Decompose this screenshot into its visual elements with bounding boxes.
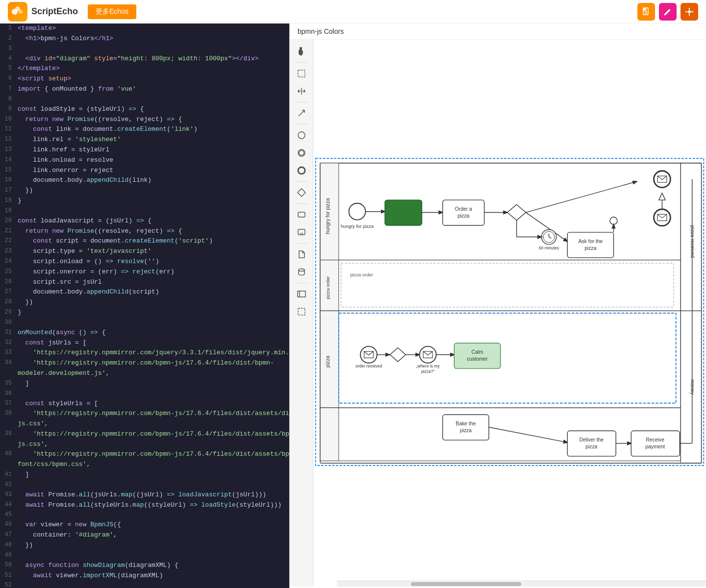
- diagram-horizontal-scrollbar[interactable]: [337, 581, 706, 587]
- green-task: [385, 200, 422, 225]
- bpmn-diagram-svg: pizza received money hungry for pizza pi…: [313, 40, 706, 587]
- code-panel[interactable]: 1 <template> 2 <h1>bpmn-js Colors</h1> 3…: [0, 24, 289, 588]
- code-line-39b: js.css',: [0, 440, 289, 450]
- svg-rect-41: [320, 408, 339, 461]
- pizza-order-label: pizza order: [350, 272, 373, 277]
- svg-marker-22: [298, 189, 305, 196]
- header-icons: [637, 3, 698, 21]
- code-line-20: 20 const loadJavascript = (jsUrl) => {: [0, 216, 289, 226]
- svg-line-17: [299, 110, 304, 116]
- svg-rect-40: [320, 408, 681, 461]
- svg-rect-36: [320, 260, 681, 311]
- svg-text:payment: payment: [645, 444, 665, 449]
- start-event: [349, 203, 366, 220]
- lane3-label: pizza: [325, 356, 330, 368]
- toolbar-divider-2: [295, 102, 308, 102]
- diagram-title: bpmn-js Colors: [290, 24, 706, 40]
- code-line-14: 14 link.onload = resolve: [0, 155, 289, 166]
- code-line-22: 22 const script = document.createElement…: [0, 236, 289, 246]
- doc-icon-button[interactable]: [637, 3, 655, 21]
- code-line-37: 37 const styleUrls = [: [0, 399, 289, 409]
- lasso-tool-button[interactable]: [294, 66, 309, 81]
- code-line-13: 13 link.href = styleUrl: [0, 145, 289, 155]
- code-line-38b: js.css',: [0, 419, 289, 429]
- diagram-toolbar: [290, 40, 313, 587]
- code-line-36: 36: [0, 389, 289, 399]
- code-line-7: 7 import { onMounted } from 'vue': [0, 84, 289, 95]
- toolbar-divider-1: [295, 62, 308, 63]
- end-event-top: [654, 171, 671, 188]
- diagram-content: pizza received money hungry for pizza pi…: [290, 40, 706, 587]
- space-tool-button[interactable]: [294, 83, 309, 99]
- hand-tool-button[interactable]: [294, 44, 309, 59]
- code-line-1: 1 <template>: [0, 24, 289, 34]
- task-button[interactable]: [294, 207, 309, 222]
- plugin-icon-button[interactable]: [681, 3, 698, 21]
- code-line-52: 52: [0, 581, 289, 588]
- code-line-16: 16 document.body.appendChild(link): [0, 175, 289, 186]
- code-line-8: 8: [0, 95, 289, 104]
- svg-rect-79: [339, 313, 676, 403]
- code-line-3: 3: [0, 44, 289, 54]
- svg-rect-27: [298, 291, 305, 297]
- bpmn-canvas[interactable]: pizza received money hungry for pizza pi…: [313, 40, 706, 587]
- lane2-label: pizza order: [325, 276, 330, 299]
- svg-rect-29: [298, 308, 305, 315]
- code-line-17: 17 }): [0, 186, 289, 196]
- svg-text:Receive: Receive: [646, 437, 665, 442]
- code-line-50: 50 async function showDiagram(diagramXML…: [0, 561, 289, 571]
- subprocess-button[interactable]: [294, 224, 309, 240]
- svg-rect-23: [298, 212, 305, 217]
- where-pizza-label: „where is my: [416, 364, 440, 368]
- logo-icon: [8, 2, 27, 22]
- svg-rect-12: [298, 70, 305, 77]
- end-event-button[interactable]: [294, 163, 309, 178]
- code-line-41: 41 ]: [0, 470, 289, 480]
- start-event-button[interactable]: [294, 127, 309, 143]
- edit-icon-button[interactable]: [659, 3, 677, 21]
- code-line-34b: modeler.development.js',: [0, 368, 289, 379]
- svg-text:pizza: pizza: [460, 428, 472, 433]
- main-layout: 1 <template> 2 <h1>bpmn-js Colors</h1> 3…: [0, 24, 706, 588]
- data-object-button[interactable]: [294, 246, 309, 262]
- svg-rect-30: [316, 158, 704, 466]
- send-task: [420, 346, 436, 363]
- svg-text:Order a: Order a: [455, 206, 472, 212]
- svg-point-50: [543, 231, 555, 243]
- svg-point-20: [299, 150, 304, 155]
- connect-tool-button[interactable]: [294, 105, 309, 121]
- svg-rect-25: [301, 233, 303, 235]
- data-store-button[interactable]: [294, 264, 309, 280]
- lane1-label: hungry for pizza: [325, 198, 330, 234]
- toolbar-divider-4: [295, 181, 308, 182]
- toolbar-divider-5: [295, 203, 308, 204]
- code-line-32: 32 const jsUrls = [: [0, 338, 289, 348]
- svg-line-67: [489, 427, 567, 442]
- code-line-45: 45: [0, 510, 289, 520]
- scrollbar-thumb[interactable]: [411, 582, 522, 586]
- end-event-small: [610, 217, 617, 224]
- participant-button[interactable]: [294, 286, 309, 302]
- code-line-2: 2 <h1>bpmn-js Colors</h1>: [0, 34, 289, 44]
- code-line-11: 11 const link = document.createElement('…: [0, 124, 289, 135]
- code-line-12: 12 link.rel = 'stylesheet': [0, 135, 289, 145]
- code-line-38a: 38 'https://registry.npmmirror.com/bpmn-…: [0, 409, 289, 419]
- end-event-final: [654, 209, 671, 226]
- code-line-46: 46 var viewer = new BpmnJS({: [0, 520, 289, 530]
- converge-gateway: [659, 193, 665, 200]
- code-line-39a: 39 'https://registry.npmmirror.com/bpmn-…: [0, 429, 289, 440]
- code-line-40b: font/css/bpmn.css',: [0, 460, 289, 470]
- code-line-43: 43 await Promise.all(jsUrls.map((jsUrl) …: [0, 490, 289, 500]
- code-line-18: 18 }: [0, 196, 289, 206]
- more-echos-button[interactable]: 更多Echos: [88, 4, 136, 19]
- code-line-6: 6 <script setup>: [0, 74, 289, 84]
- toolbar-divider-7: [295, 283, 308, 283]
- intermediate-event-button[interactable]: [294, 145, 309, 161]
- svg-text:pizza: pizza: [457, 213, 469, 219]
- order-received-label: order received: [355, 364, 382, 368]
- code-line-28: 28 }): [0, 297, 289, 308]
- svg-rect-56: [341, 263, 674, 307]
- code-line-27: 27 document.body.appendChild(script): [0, 287, 289, 297]
- gateway-button[interactable]: [294, 185, 309, 200]
- group-button[interactable]: [294, 304, 309, 319]
